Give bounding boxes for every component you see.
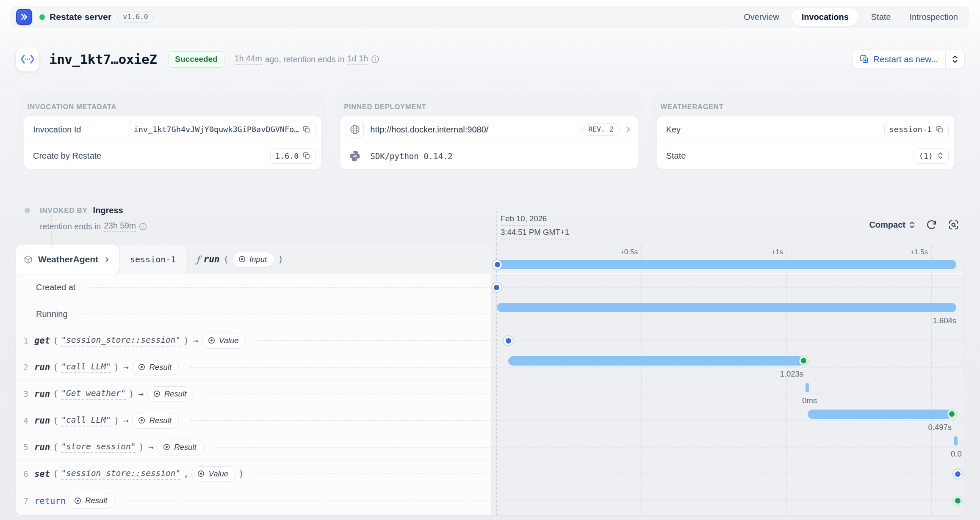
trace-origin-dot [25,208,30,213]
timeline-row-guide [491,420,964,421]
entry-number: 5 [22,442,28,452]
restart-options-caret[interactable] [946,50,964,69]
entry-argument[interactable]: "call LLM" [61,415,111,426]
timeline-tick-label: +0.5s [585,248,638,256]
timeline-column: 1.604s1.023s0ms0.497s0.0 +0.5s+1s+1.5s [491,245,964,515]
age-text[interactable]: 1h 44m [235,54,262,65]
refresh-button[interactable] [926,219,937,231]
blue-event-dot[interactable] [953,470,962,479]
invocation-start-dot [493,260,502,269]
timeline-row-guide [491,393,964,394]
timeline-row [491,327,964,354]
entry-punctuation: ) [138,442,144,452]
invocation-id-value[interactable]: inv_1kt7Gh4vJWjY0quwk3GiP8avDGVNFo… [129,122,316,137]
entry-argument[interactable]: "call LLM" [61,362,111,373]
dotted-leader [79,314,490,314]
timeline-row-guide [491,447,964,448]
restate-version-value[interactable]: 1.6.0 [270,149,316,164]
value-pill[interactable]: Value [202,333,246,349]
tab-state[interactable]: State [865,8,897,26]
dotted-leader [190,420,490,421]
entry-argument[interactable]: "Get weather" [61,388,126,400]
input-pill[interactable]: Input [233,252,274,267]
invocation-id-row: Invocation Id inv_1kt7Gh4vJWjY0quwk3GiP8… [24,116,321,143]
python-icon [346,150,364,162]
entry-punctuation: ) [129,389,134,399]
blue-event-dot[interactable] [492,283,501,292]
value-pill[interactable]: Value [191,466,235,482]
journal-column: WeatherAgent session-1 ƒ run ( Input ) C… [16,245,491,515]
invocation-code-icon [16,47,39,72]
entry-number: 2 [22,362,28,372]
duration-label: 1.604s [933,316,956,325]
invocation-total-bar[interactable] [497,260,956,269]
entry-keyword: run [34,362,50,372]
entry-punctuation: ( [53,415,58,426]
entry-argument[interactable]: "session_store::session" [61,468,180,480]
entry-punctuation: ( [53,469,58,479]
nav-tabs: OverviewInvocationsStateIntrospection [738,8,964,26]
journal-row-created-at: Created at [16,274,491,301]
journal-entry-row: 3run("Get weather")→Result [16,381,491,407]
arrow-icon: → [123,362,128,372]
deployment-endpoint-row[interactable]: http://host.docker.internal:9080/ REV. 2 [341,116,637,143]
card-title: PINNED DEPLOYMENT [344,103,634,111]
info-icon[interactable] [139,223,147,231]
restate-logo-icon[interactable] [16,9,32,25]
service-state-expander[interactable]: (1) [914,149,949,164]
result-pill[interactable]: Result [68,493,114,509]
timeline-mode-select[interactable]: Compact [869,220,915,230]
duration-bar[interactable] [508,356,803,366]
arrow-icon: → [123,415,128,426]
copy-icon[interactable] [303,126,310,133]
result-pill[interactable]: Result [157,440,203,455]
chevron-up-down-icon [937,152,944,160]
entry-keyword: run [34,442,50,452]
timeline-row-guide [491,473,964,474]
timeline-row [491,274,964,301]
entry-keyword: get [34,336,50,346]
green-event-dot[interactable] [953,496,962,505]
start-time[interactable]: 3:44:51 PM GMT+1 [501,226,569,239]
result-pill[interactable]: Result [132,360,178,375]
arrow-icon: → [193,336,198,346]
service-key-value[interactable]: session-1 [884,122,949,137]
entry-argument[interactable]: "session_store::session" [61,335,180,347]
completion-dot [799,356,808,365]
timeline-row: 0.497s [491,407,964,434]
globe-icon [346,121,364,138]
copy-plus-icon [860,55,869,64]
blue-event-dot[interactable] [504,336,513,345]
info-icon[interactable] [371,55,379,63]
copy-icon[interactable] [936,126,944,133]
duration-bar[interactable] [806,383,809,392]
retention-text[interactable]: 1d 1h [347,54,368,65]
tab-invocations[interactable]: Invocations [792,8,858,26]
chevron-right-icon [103,256,111,263]
retention-countdown[interactable]: 23h 59m [104,221,136,232]
timeline-row: 0.0 [491,434,964,461]
copy-icon[interactable] [303,152,310,160]
scan-search-icon [948,219,959,231]
dotted-leader [190,367,490,368]
invocation-time-note: 1h 44m ago, retention ends in 1d 1h [235,54,379,65]
duration-bar[interactable] [954,436,958,446]
restart-as-new-button[interactable]: Restart as new... [853,50,945,69]
tab-introspection[interactable]: Introspection [903,8,964,26]
entry-number: 4 [22,415,28,426]
timeline-row-guide [491,500,964,501]
duration-bar[interactable] [497,303,956,312]
result-pill[interactable]: Result [147,386,194,402]
duration-bar[interactable] [808,410,952,419]
chevron-right-icon[interactable] [624,125,632,134]
entry-punctuation: ( [53,336,58,346]
result-pill[interactable]: Result [132,413,178,429]
start-date[interactable]: Feb 10, 2026 [501,213,547,226]
service-key-breadcrumb[interactable]: session-1 [119,245,187,274]
service-key-row: Key session-1 [657,116,954,143]
entry-argument[interactable]: "store session" [61,442,136,453]
tab-overview[interactable]: Overview [738,8,785,26]
fit-to-view-button[interactable] [948,219,959,231]
card-weatheragent: WEATHERAGENT Key session-1 State (1) [652,94,959,174]
service-breadcrumb[interactable]: WeatherAgent [16,245,119,274]
